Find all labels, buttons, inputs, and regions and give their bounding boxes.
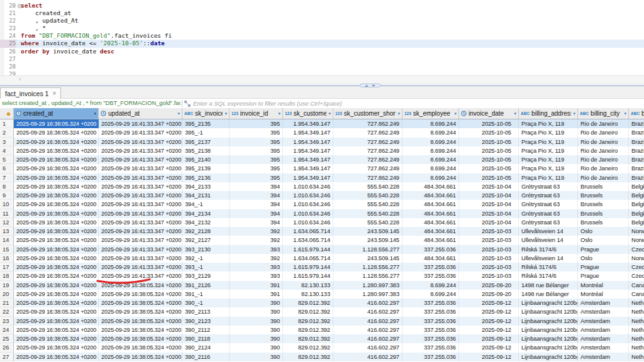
grid-cell[interactable]: 1.128.556.277 [333, 263, 402, 272]
row-number[interactable]: 20 [0, 290, 14, 299]
grid-cell[interactable]: 2025-09-29 16:38:05.324 +0200 [14, 299, 99, 307]
grid-cell[interactable]: 337.255.036 [402, 317, 459, 326]
column-header-billing_country[interactable]: ABCbilling_country▾ [629, 108, 644, 119]
row-number[interactable]: 19 [0, 281, 14, 290]
grid-cell[interactable]: 484.304.661 [402, 191, 459, 200]
grid-cell[interactable]: 2025-09-29 16:38:05.324 +0200 [14, 182, 99, 191]
column-header-invoice_date[interactable]: invoice_date▾ [459, 108, 519, 119]
editor-line[interactable]: 28 [0, 63, 644, 70]
grid-cell[interactable]: Amsterdam [578, 317, 629, 326]
grid-cell[interactable]: Netherlands [629, 343, 644, 352]
grid-cell[interactable]: Canada [629, 281, 644, 290]
grid-cell[interactable]: 394 [230, 182, 283, 191]
grid-cell[interactable]: 2025-10-05 [459, 164, 519, 173]
grid-cell[interactable]: Praça Pio X, 119 [519, 173, 578, 182]
grid-cell[interactable]: Brazil [629, 138, 644, 146]
grid-cell[interactable]: 2025-09-29 16:38:05.324 +0200 [14, 326, 99, 334]
row-number[interactable]: 25 [0, 334, 14, 343]
grid-cell[interactable]: Amsterdam [578, 353, 629, 361]
grid-cell[interactable]: 393_2129 [182, 272, 230, 280]
grid-cell[interactable]: 1.634.065.714 [283, 254, 333, 263]
grid-cell[interactable]: Netherlands [629, 334, 644, 343]
grid-cell[interactable]: 2025-09-29 16:41:33.347 +0200 [99, 227, 182, 236]
grid-cell[interactable]: Canada [629, 290, 644, 299]
grid-cell[interactable]: 416.602.297 [333, 334, 402, 343]
column-dropdown-icon[interactable]: ▾ [454, 111, 457, 116]
grid-cell[interactable]: 390 [230, 334, 283, 343]
grid-cell[interactable]: 2025-10-03 [459, 263, 519, 272]
grid-cell[interactable]: 390_-1 [182, 299, 230, 307]
sql-editor[interactable]: 20select21 created_at22 , updated_At23 ,… [0, 0, 644, 75]
column-header-sk_employee[interactable]: 123sk_employee▾ [402, 108, 459, 119]
grid-cell[interactable]: 2025-10-03 [459, 254, 519, 263]
grid-cell[interactable]: 395_2136 [182, 173, 230, 182]
grid-cell[interactable]: 416.602.297 [333, 299, 402, 307]
grid-cell[interactable]: 2025-09-12 [459, 326, 519, 334]
grid-cell[interactable]: Praça Pio X, 119 [519, 138, 578, 146]
grid-cell[interactable]: Netherlands [629, 326, 644, 334]
grid-cell[interactable]: Rilská 3174/6 [519, 263, 578, 272]
grid-cell[interactable]: 2025-09-29 16:41:33.347 +0200 [99, 164, 182, 173]
grid-cell[interactable]: 394 [230, 200, 283, 209]
grid-cell[interactable]: 2025-10-05 [459, 146, 519, 155]
grid-cell[interactable]: Belgium [629, 209, 644, 218]
grid-cell[interactable]: 2025-09-29 16:38:05.324 +0200 [14, 254, 99, 263]
grid-cell[interactable]: 484.304.661 [402, 227, 459, 236]
grid-cell[interactable]: 394_2133 [182, 182, 230, 191]
grid-cell[interactable]: 2025-10-04 [459, 182, 519, 191]
grid-cell[interactable]: 2025-09-29 16:38:05.324 +0200 [14, 155, 99, 164]
grid-cell[interactable]: Brussels [578, 182, 629, 191]
grid-cell[interactable]: 2025-09-29 16:38:05.324 +0200 [14, 245, 99, 254]
editor-line[interactable]: 23 , * [0, 25, 644, 32]
grid-cell[interactable]: Brussels [578, 200, 629, 209]
grid-cell[interactable]: 395 [230, 119, 283, 128]
grid-cell[interactable]: Rio de Janeiro [578, 119, 629, 128]
grid-cell[interactable]: 337.255.036 [402, 272, 459, 280]
grid-cell[interactable]: 727.862.249 [333, 146, 402, 155]
grid-cell[interactable]: 829.012.392 [283, 334, 333, 343]
grid-cell[interactable]: 337.255.036 [402, 353, 459, 361]
grid-cell[interactable]: 390_2112 [182, 326, 230, 334]
grid-cell[interactable]: 2025-09-29 16:38:05.324 +0200 [14, 173, 99, 182]
grid-cell[interactable]: 2025-09-29 16:38:05.324 +0200 [14, 200, 99, 209]
grid-cell[interactable]: 1.280.997.383 [333, 290, 402, 299]
expand-filter-icon[interactable] [184, 101, 191, 107]
grid-cell[interactable]: 2025-09-29 16:38:05.324 +0200 [14, 236, 99, 244]
grid-cell[interactable]: Brazil [629, 146, 644, 155]
grid-cell[interactable]: 2025-09-29 16:38:05.324 +0200 [14, 146, 99, 155]
grid-cell[interactable]: Prague [578, 263, 629, 272]
grid-cell[interactable]: 2025-09-29 16:38:05.324 +0200 [14, 307, 99, 316]
row-number[interactable]: 2 [0, 128, 14, 137]
editor-line[interactable]: 27 [0, 55, 644, 63]
grid-cell[interactable]: 2025-09-29 16:38:05.324 +0200 [99, 290, 182, 299]
row-number[interactable]: 12 [0, 218, 14, 227]
grid-cell[interactable]: 1.954.349.147 [283, 128, 333, 137]
grid-cell[interactable]: 390_2124 [182, 343, 230, 352]
grid-cell[interactable]: Brussels [578, 191, 629, 200]
grid-cell[interactable]: 392 [230, 254, 283, 263]
grid-cell[interactable]: Montréal [578, 281, 629, 290]
column-header-updated_at[interactable]: updated_at▾ [99, 108, 182, 119]
grid-cell[interactable]: 2025-09-29 16:38:05.324 +0200 [14, 281, 99, 290]
grid-cell[interactable]: 2025-09-29 16:41:33.347 +0200 [99, 182, 182, 191]
editor-line[interactable]: 20select [0, 2, 644, 9]
grid-cell[interactable]: Lijnbaansgracht 120bg [519, 334, 578, 343]
column-dropdown-icon[interactable]: ▾ [225, 111, 227, 116]
grid-cell[interactable]: 2025-09-29 16:38:05.324 +0200 [14, 353, 99, 361]
grid-cell[interactable]: Oslo [578, 227, 629, 236]
grid-cell[interactable]: 2025-09-29 16:38:05.324 +0200 [99, 334, 182, 343]
column-header-sk_customer_short[interactable]: 123sk_customer_short▾ [333, 108, 402, 119]
column-dropdown-icon[interactable]: ▾ [328, 111, 331, 116]
grid-cell[interactable]: 727.862.249 [333, 119, 402, 128]
grid-cell[interactable]: 394_-1 [182, 200, 230, 209]
grid-cell[interactable]: 392_2127 [182, 236, 230, 244]
grid-cell[interactable]: 8.699.244 [402, 281, 459, 290]
row-number[interactable]: 3 [0, 138, 14, 146]
grid-cell[interactable]: 337.255.036 [402, 326, 459, 334]
grid-cell[interactable]: 395_2138 [182, 146, 230, 155]
grid-cell[interactable]: Amsterdam [578, 343, 629, 352]
grid-cell[interactable]: 2025-10-05 [459, 173, 519, 182]
grid-cell[interactable]: 484.304.661 [402, 218, 459, 227]
grid-cell[interactable]: 727.862.249 [333, 164, 402, 173]
grid-cell[interactable]: 394_2134 [182, 209, 230, 218]
